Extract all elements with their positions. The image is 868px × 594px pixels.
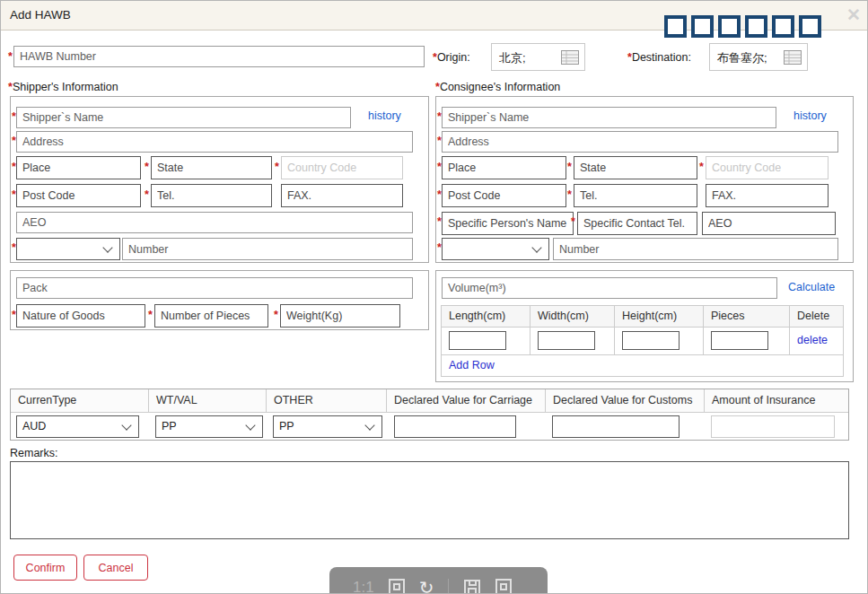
pack-panel: * * * [10,270,429,330]
fit-screen-icon[interactable] [389,579,405,594]
consignee-contact-tel-required-marker: * [571,215,575,228]
pieces-required-marker: * [148,309,153,321]
nature-of-goods-input[interactable] [16,304,145,328]
destination-picker[interactable]: 布鲁塞尔; [709,43,808,71]
glyph-box [745,15,767,38]
destination-label: *Destination: [627,51,691,64]
shipper-id-type-select[interactable] [16,238,120,260]
consignee-tel-input[interactable] [574,184,697,207]
pieces-input[interactable] [711,331,768,350]
consignee-place-input[interactable] [442,156,566,179]
volume-panel: Calculate Length(cm) Width(cm) Height(cm… [435,270,854,382]
dimensions-table-header: Length(cm) Width(cm) Height(cm) Pieces D… [442,306,843,328]
save-icon[interactable] [463,579,481,594]
shipper-place-input[interactable] [16,156,141,179]
curren-type-select[interactable]: AUD [16,415,139,438]
wt-val-select[interactable]: PP [155,415,263,438]
origin-lookup-icon[interactable] [561,50,579,65]
col-amount-insurance: Amount of Insurance [705,389,848,412]
calculate-link[interactable]: Calculate [788,281,835,293]
col-width: Width(cm) [530,306,615,327]
rotate-icon[interactable]: ↻ [419,579,434,594]
charges-table-header: CurrenType WT/VAL OTHER Declared Value f… [11,389,848,413]
consignee-specific-tel-input[interactable] [577,212,697,235]
weight-input[interactable] [280,304,400,328]
consignee-state-input[interactable] [574,156,697,179]
consignee-name-input[interactable] [442,107,776,128]
dimensions-row: delete [442,328,843,354]
amount-insurance-input[interactable] [711,415,835,438]
shipper-state-input[interactable] [151,156,272,179]
weight-required-marker: * [274,309,278,321]
shipper-id-number-input[interactable] [122,238,413,260]
dialog-title: Add HAWB [10,1,71,30]
col-height: Height(cm) [615,306,704,327]
shipper-tel-required-marker: * [145,188,149,201]
declared-carriage-input[interactable] [394,415,516,438]
consignee-address-input[interactable] [442,131,838,153]
col-declared-customs: Declared Value for Customs [546,389,705,412]
height-input[interactable] [622,331,679,350]
shipper-section-label: *Shipper's Information [8,81,118,93]
other-select[interactable]: PP [273,415,382,438]
consignee-specific-person-input[interactable] [442,212,574,235]
shipper-country-code-input[interactable] [281,156,403,179]
origin-value: 北京; [499,50,526,66]
declared-customs-input[interactable] [552,415,679,438]
consignee-aeo-input[interactable] [702,212,836,235]
remarks-textarea[interactable] [10,461,849,539]
shipper-post-code-input[interactable] [16,184,141,207]
zoom-1to1-button[interactable]: 1:1 [353,579,374,594]
glyph-box [799,15,821,38]
chevron-down-icon [245,420,255,430]
curren-type-value: AUD [22,420,46,432]
destination-value: 布鲁塞尔; [717,50,767,66]
consignee-country-code-input[interactable] [706,156,829,179]
chevron-down-icon [364,420,374,430]
consignee-post-code-input[interactable] [442,184,566,207]
shipper-address-input[interactable] [16,131,413,153]
wt-val-value: PP [162,420,177,432]
consignee-state-required-marker: * [567,161,572,173]
hawb-number-input[interactable] [13,46,425,67]
shipper-name-input[interactable] [16,107,351,128]
consignee-id-type-select[interactable] [442,238,549,260]
number-of-pieces-input[interactable] [154,304,268,328]
consignee-id-number-input[interactable] [553,238,838,260]
other-value: PP [279,420,294,432]
shipper-tel-input[interactable] [151,184,272,207]
image-viewer-toolbar: 1:1 ↻ [329,567,548,594]
glyph-box [691,15,714,38]
destination-lookup-icon[interactable] [784,50,802,65]
col-wt-val: WT/VAL [149,389,267,412]
shipper-panel: * history * * * * * * * [10,96,429,263]
origin-label: *Origin: [433,51,470,64]
origin-picker[interactable]: 北京; [491,43,585,71]
hawb-required-marker: * [8,50,13,63]
charges-table: CurrenType WT/VAL OTHER Declared Value f… [10,389,849,441]
length-input[interactable] [449,331,506,350]
col-curren-type: CurrenType [11,389,149,412]
charges-row: AUD PP PP [11,413,848,441]
cancel-button[interactable]: Cancel [83,555,148,581]
pack-input[interactable] [16,277,413,299]
close-icon[interactable]: ✕ [846,4,861,25]
width-input[interactable] [538,331,595,350]
consignee-fax-input[interactable] [706,184,829,207]
delete-row-link[interactable]: delete [797,334,828,346]
add-row-link[interactable]: Add Row [449,359,495,371]
fullscreen-icon[interactable] [495,579,512,594]
consignee-country-code-required-marker: * [699,161,704,173]
chevron-down-icon [531,242,541,252]
col-pieces: Pieces [704,306,790,327]
glyph-box [772,15,794,38]
shipper-fax-input[interactable] [281,184,403,207]
shipper-history-link[interactable]: history [368,109,401,122]
shipper-aeo-input[interactable] [16,212,413,233]
glyph-box-row [664,15,821,38]
toolbar-divider [448,579,449,594]
volume-input[interactable] [442,277,777,299]
consignee-history-link[interactable]: history [793,109,827,122]
confirm-button[interactable]: Confirm [13,555,77,581]
chevron-down-icon [121,420,131,430]
